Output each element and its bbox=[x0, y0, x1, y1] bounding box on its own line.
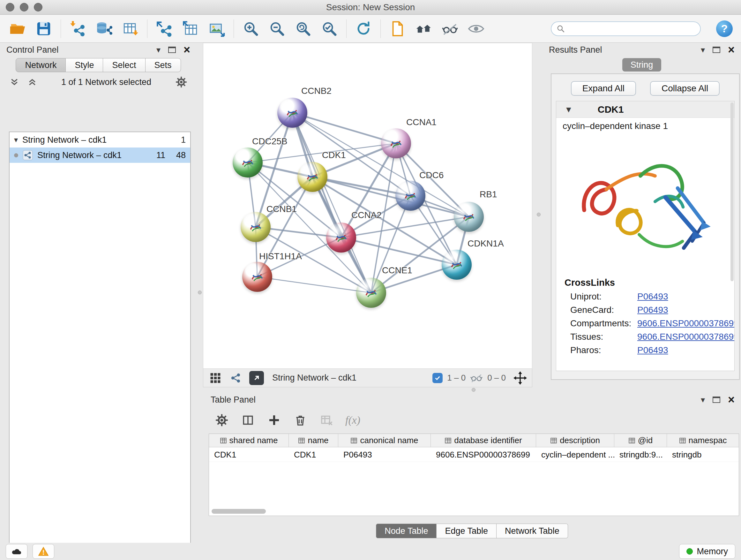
network-node-CDC25B[interactable] bbox=[232, 147, 263, 178]
search-input[interactable] bbox=[568, 23, 695, 34]
column-header-id[interactable]: @id bbox=[614, 434, 667, 447]
crosslink-compartments-link[interactable]: 9606.ENSP00000378699 bbox=[637, 318, 734, 328]
column-header-database-identifier[interactable]: database identifier bbox=[431, 434, 536, 447]
crosslink-pharos-link[interactable]: P06493 bbox=[637, 345, 668, 355]
column-header-namespace[interactable]: namespac bbox=[667, 434, 739, 447]
network-node-HIST1H1A[interactable] bbox=[242, 262, 272, 292]
tab-string[interactable]: String bbox=[622, 58, 662, 71]
tab-style[interactable]: Style bbox=[66, 58, 103, 72]
import-table-button[interactable] bbox=[121, 19, 139, 38]
zoom-fit-button[interactable] bbox=[294, 19, 313, 38]
expand-all-icon[interactable] bbox=[27, 77, 37, 87]
network-node-RB1[interactable] bbox=[454, 202, 484, 232]
help-button[interactable]: ? bbox=[716, 20, 733, 37]
network-row[interactable]: String Network – cdk1 11 48 bbox=[10, 147, 190, 163]
tab-network[interactable]: Network bbox=[16, 58, 66, 72]
annotation-document-button[interactable] bbox=[388, 19, 407, 38]
close-panel-icon[interactable]: × bbox=[728, 45, 735, 55]
table-row[interactable]: CDK1 CDK1 P06493 9606.ENSP00000378699 cy… bbox=[209, 447, 739, 462]
save-session-button[interactable] bbox=[35, 19, 53, 38]
tab-network-table[interactable]: Network Table bbox=[496, 523, 568, 538]
refresh-view-button[interactable] bbox=[354, 19, 373, 38]
column-icon bbox=[679, 437, 686, 444]
column-header-description[interactable]: description bbox=[536, 434, 614, 447]
collapse-all-icon[interactable] bbox=[10, 77, 19, 87]
node-label-CCNA2: CCNA2 bbox=[351, 210, 382, 220]
network-node-CCNE1[interactable] bbox=[356, 278, 386, 308]
function-builder-button[interactable]: f(x) bbox=[345, 414, 360, 426]
close-panel-icon[interactable]: × bbox=[728, 395, 735, 405]
network-node-CDKN1A[interactable] bbox=[442, 250, 472, 280]
node-label-HIST1H1A: HIST1H1A bbox=[259, 251, 302, 261]
zoom-out-button[interactable] bbox=[268, 19, 286, 38]
float-panel-icon[interactable] bbox=[168, 47, 176, 53]
float-panel-icon[interactable] bbox=[713, 396, 720, 403]
horizontal-scrollbar[interactable] bbox=[212, 509, 266, 514]
hidden-glasses-icon[interactable] bbox=[470, 373, 483, 383]
show-columns-button[interactable] bbox=[241, 413, 255, 428]
network-node-CCNA1[interactable] bbox=[381, 128, 411, 159]
float-panel-icon[interactable] bbox=[713, 47, 720, 53]
minimize-window-button[interactable] bbox=[20, 3, 28, 11]
export-table-button[interactable] bbox=[181, 19, 200, 38]
import-network-database-button[interactable] bbox=[95, 19, 113, 38]
column-header-name[interactable]: name bbox=[289, 434, 338, 447]
expand-all-button[interactable]: Expand All bbox=[571, 81, 636, 96]
hide-glasses-button[interactable] bbox=[441, 19, 459, 38]
column-header-canonical-name[interactable]: canonical name bbox=[338, 434, 431, 447]
vertical-splitter-handle[interactable] bbox=[198, 291, 202, 294]
network-view-title: String Network – cdk1 bbox=[272, 373, 356, 383]
crosslink-tissues-link[interactable]: 9606.ENSP00000378699 bbox=[637, 332, 734, 342]
collapse-all-button[interactable]: Collapse All bbox=[650, 81, 720, 96]
results-scrollbar[interactable] bbox=[731, 103, 734, 281]
panel-menu-icon[interactable]: ▾ bbox=[156, 46, 160, 54]
table-settings-button[interactable] bbox=[214, 413, 229, 428]
show-eye-button[interactable] bbox=[467, 19, 485, 38]
crosslink-uniprot-link[interactable]: P06493 bbox=[637, 292, 668, 302]
export-network-icon bbox=[156, 20, 173, 37]
pan-crosshair-icon[interactable] bbox=[514, 371, 527, 385]
network-node-CDC6[interactable] bbox=[395, 181, 425, 211]
network-canvas[interactable]: CCNB2CCNA1CDC25BCDK1CDC6RB1CCNB1CCNA2CDK… bbox=[203, 43, 532, 369]
import-network-file-button[interactable] bbox=[69, 19, 87, 38]
network-collection-row[interactable]: ▾ String Network – cdk1 1 bbox=[10, 132, 190, 147]
panel-menu-icon[interactable]: ▾ bbox=[701, 46, 705, 54]
gear-icon[interactable] bbox=[176, 76, 187, 88]
control-panel: Control Panel ▾ × Network Style Select S… bbox=[0, 43, 197, 543]
delete-column-button[interactable] bbox=[293, 413, 308, 428]
column-header-shared-name[interactable]: shared name bbox=[209, 434, 289, 447]
tree-expander-icon[interactable]: ▾ bbox=[14, 136, 18, 144]
gene-expander-icon[interactable]: ▼ bbox=[564, 105, 573, 114]
tab-edge-table[interactable]: Edge Table bbox=[436, 523, 496, 538]
network-node-CCNA2[interactable] bbox=[326, 223, 356, 253]
cloud-status-button[interactable] bbox=[6, 544, 27, 559]
birdseye-button[interactable] bbox=[414, 19, 433, 38]
zoom-window-button[interactable] bbox=[34, 3, 43, 11]
network-node-CCNB1[interactable] bbox=[241, 212, 271, 242]
network-row-label: String Network – cdk1 bbox=[37, 150, 122, 160]
tab-node-table[interactable]: Node Table bbox=[376, 523, 436, 538]
horizontal-splitter-handle[interactable] bbox=[472, 388, 475, 392]
export-image-button[interactable] bbox=[207, 19, 226, 38]
memory-button[interactable]: Memory bbox=[679, 544, 735, 559]
close-panel-icon[interactable]: × bbox=[184, 45, 190, 55]
tab-sets[interactable]: Sets bbox=[145, 58, 181, 72]
close-window-button[interactable] bbox=[6, 3, 14, 11]
export-view-button[interactable] bbox=[249, 371, 264, 385]
vertical-splitter-handle[interactable] bbox=[537, 212, 541, 216]
selected-checkbox-icon[interactable] bbox=[432, 373, 443, 383]
network-node-CDK1[interactable] bbox=[297, 162, 327, 192]
export-network-button[interactable] bbox=[155, 19, 174, 38]
network-node-CCNB2[interactable] bbox=[277, 98, 307, 128]
tab-select[interactable]: Select bbox=[103, 58, 145, 72]
warnings-button[interactable] bbox=[32, 544, 54, 559]
node-label-CCNA1: CCNA1 bbox=[406, 117, 436, 127]
zoom-selected-button[interactable] bbox=[320, 19, 339, 38]
add-column-button[interactable] bbox=[267, 413, 281, 428]
birdseye-grid-button[interactable] bbox=[208, 371, 222, 385]
crosslink-genecard-link[interactable]: P06493 bbox=[637, 305, 668, 315]
panel-menu-icon[interactable]: ▾ bbox=[701, 395, 705, 404]
zoom-in-button[interactable] bbox=[242, 19, 260, 38]
string-style-button[interactable] bbox=[229, 371, 243, 385]
open-session-button[interactable] bbox=[8, 19, 27, 38]
